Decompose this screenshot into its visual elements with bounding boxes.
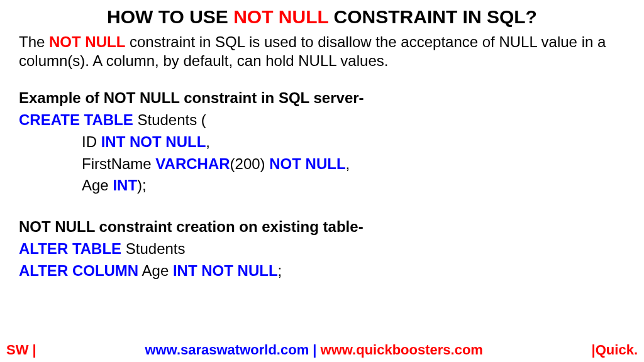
col-id: ID — [82, 133, 101, 150]
description-text: The NOT NULL constraint in SQL is used t… — [19, 33, 625, 70]
code-col-firstname: FirstName VARCHAR(200) NOT NULL, — [19, 153, 625, 175]
varchar-size: (200) — [230, 155, 270, 172]
kw-int-notnull-1: INT NOT NULL — [101, 133, 206, 150]
kw-int: INT — [113, 177, 137, 194]
code-alter-table: ALTER TABLE Students — [19, 238, 625, 260]
footer-url-2: www.quickboosters.com — [321, 342, 483, 358]
kw-create-table: CREATE TABLE — [19, 111, 133, 128]
col-firstname: FirstName — [82, 155, 155, 172]
col-age: Age — [82, 177, 113, 194]
title-pre: HOW TO USE — [107, 6, 233, 27]
page-title: HOW TO USE NOT NULL CONSTRAINT IN SQL? — [19, 6, 625, 28]
code-alter-column: ALTER COLUMN Age INT NOT NULL; — [19, 260, 625, 282]
desc-highlight: NOT NULL — [49, 33, 125, 50]
alter-col-rest: ; — [278, 262, 282, 279]
code-col-id: ID INT NOT NULL, — [19, 131, 625, 153]
example1-header: Example of NOT NULL constraint in SQL se… — [19, 89, 625, 107]
code-col-age: Age INT); — [19, 175, 625, 197]
footer-url-1: www.saraswatworld.com | — [145, 342, 320, 358]
alter-col-mid: Age — [138, 262, 173, 279]
col-id-rest: , — [206, 133, 210, 150]
kw-varchar: VARCHAR — [155, 155, 230, 172]
col-firstname-rest: , — [346, 155, 350, 172]
kw-int-notnull-3: INT NOT NULL — [173, 262, 278, 279]
kw-alter-table: ALTER TABLE — [19, 240, 121, 257]
col-age-rest: ); — [137, 177, 147, 194]
desc-pre: The — [19, 33, 49, 50]
alter-rest: Students — [121, 240, 185, 257]
footer-center: www.saraswatworld.com | www.quickbooster… — [145, 342, 483, 358]
create-rest: Students ( — [133, 111, 206, 128]
footer-right: |Quick. — [592, 342, 638, 358]
kw-notnull-2: NOT NULL — [269, 155, 345, 172]
example2-header: NOT NULL constraint creation on existing… — [19, 218, 625, 236]
footer-left: SW | — [6, 342, 36, 358]
title-highlight: NOT NULL — [233, 6, 328, 27]
footer: SW | www.saraswatworld.com | www.quickbo… — [0, 342, 644, 358]
title-post: CONSTRAINT IN SQL? — [328, 6, 537, 27]
kw-alter-column: ALTER COLUMN — [19, 262, 138, 279]
code-create-table: CREATE TABLE Students ( — [19, 109, 625, 131]
